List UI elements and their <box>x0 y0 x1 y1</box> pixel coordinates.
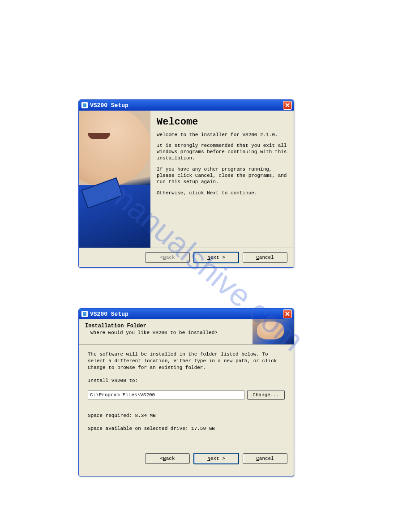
header-image <box>253 319 294 344</box>
welcome-p3: If you have any other programs running, … <box>157 166 287 185</box>
welcome-p2: It is strongly recommended that you exit… <box>157 142 287 162</box>
wizard-side-image <box>79 111 150 248</box>
folder-instructions: The software will be installed in the fo… <box>88 351 285 371</box>
setup-icon <box>81 311 88 317</box>
welcome-p1: Welcome to the installer for VS200 2.1.0… <box>157 132 287 138</box>
close-icon <box>285 103 290 107</box>
back-button: < Back <box>145 252 190 263</box>
close-icon <box>285 312 290 316</box>
dialog-body: Welcome Welcome to the installer for VS2… <box>79 111 294 248</box>
setup-icon <box>81 102 88 108</box>
page-top-rule <box>40 36 367 36</box>
dialog-body: The software will be installed in the fo… <box>79 345 294 449</box>
space-required: Space required: 8.34 MB <box>88 412 285 419</box>
titlebar[interactable]: VS200 Setup <box>79 100 294 111</box>
button-bar: < Back Next > Cancel <box>79 449 294 468</box>
next-button[interactable]: Next > <box>193 453 239 464</box>
close-button[interactable] <box>283 101 292 110</box>
header-title: Installation Folder <box>85 323 247 329</box>
titlebar[interactable]: VS200 Setup <box>79 309 294 319</box>
next-button[interactable]: Next > <box>193 252 239 263</box>
change-button[interactable]: Change... <box>247 390 285 400</box>
button-bar: < Back Next > Cancel <box>79 248 294 267</box>
dialog-header: Installation Folder Where would you like… <box>79 319 294 345</box>
setup-dialog-folder: VS200 Setup Installation Folder Where wo… <box>78 308 294 476</box>
header-subtitle: Where would you like VS200 to be install… <box>90 330 247 335</box>
install-to-label: Install VS200 to: <box>88 378 285 384</box>
install-path-input[interactable]: C:\Program Files\VS200 <box>88 390 244 399</box>
cancel-button[interactable]: Cancel <box>243 453 287 464</box>
welcome-heading: Welcome <box>157 116 287 129</box>
setup-dialog-welcome: VS200 Setup Welcome Welcome to the insta… <box>78 99 294 268</box>
space-available: Space available on selected drive: 17.59… <box>88 425 285 432</box>
cancel-button[interactable]: Cancel <box>243 252 287 263</box>
welcome-content: Welcome Welcome to the installer for VS2… <box>150 111 294 248</box>
back-button[interactable]: < Back <box>145 453 190 464</box>
welcome-p4: Otherwise, click Next to continue. <box>157 190 287 196</box>
window-title: VS200 Setup <box>90 102 128 109</box>
path-row: C:\Program Files\VS200 Change... <box>88 390 285 400</box>
close-button[interactable] <box>283 309 292 318</box>
window-title: VS200 Setup <box>90 311 128 317</box>
